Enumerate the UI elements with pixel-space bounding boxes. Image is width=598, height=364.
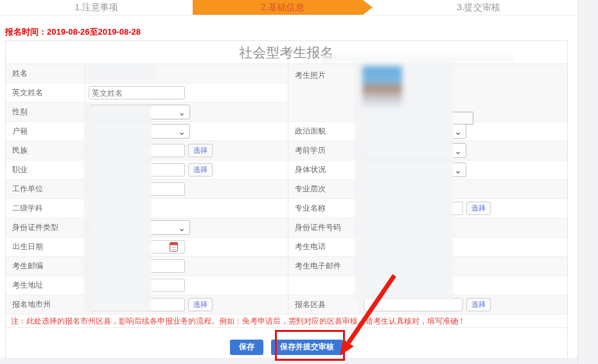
field-label: 姓名 (6, 64, 85, 83)
chevron-down-icon: ⌄ (178, 125, 186, 138)
field-label: 出生日期 (6, 238, 85, 256)
field-label: 报名区县 (288, 295, 360, 314)
field-label: 考生电话 (288, 238, 360, 256)
major-pick-button[interactable]: 选择 (466, 202, 491, 215)
chevron-down-icon: ⌄ (454, 125, 462, 138)
field-label: 政治面貌 (288, 122, 360, 141)
field-label: 英文姓名 (6, 83, 85, 102)
field-label: 考生邮编 (6, 257, 85, 275)
blur-overlay (87, 65, 155, 79)
ethnicity-pick-button[interactable]: 选择 (188, 144, 213, 157)
field-label: 身份证件号码 (288, 218, 360, 237)
field-label (288, 276, 360, 295)
period-value: 2019-08-26至2019-08-28 (47, 27, 141, 37)
field-label: 考前学历 (288, 141, 360, 160)
save-and-submit-button[interactable]: 保存并提交审核 (271, 340, 343, 355)
field-label: 工作单位 (6, 180, 85, 198)
district-pick-button[interactable]: 选择 (466, 298, 491, 311)
page-gutter (577, 0, 598, 364)
step-notes[interactable]: 1.注意事项 (0, 0, 193, 15)
table-row: 英文姓名 (6, 83, 288, 103)
step-submit-review[interactable]: 3.提交审核 (373, 0, 585, 15)
field-label: 专业名称 (288, 199, 360, 218)
blur-overlay (321, 55, 514, 63)
warning-note: 注：此处选择的报名市州区县，影响后续各申报业务的流程。例如：免考申请后，需到对应… (6, 315, 567, 328)
district-input[interactable] (364, 298, 463, 311)
occupation-pick-button[interactable]: 选择 (188, 163, 213, 177)
chevron-down-icon: ⌄ (178, 106, 186, 119)
field-label: 民族 (6, 141, 85, 160)
field-label: 考生地址 (6, 276, 85, 295)
registration-page: 1.注意事项 2.基础信息 3.提交审核 报名时间：2019-08-26至201… (0, 0, 598, 364)
calendar-icon[interactable] (170, 242, 178, 252)
step-wizard: 1.注意事项 2.基础信息 3.提交审核 (0, 0, 598, 15)
blur-overlay (84, 105, 151, 311)
candidate-photo (362, 66, 402, 107)
field-label: 身体状况 (288, 160, 360, 179)
chevron-down-icon: ⌄ (178, 221, 186, 234)
form-footer: 保存 保存并提交审核 (6, 328, 567, 358)
field-label: 考生电子邮件 (288, 257, 360, 275)
field-label: 身份证件类型 (6, 218, 85, 237)
period-label: 报名时间： (5, 27, 47, 37)
english-name-input[interactable] (89, 86, 185, 100)
step-basic-info-active[interactable]: 2.基础信息 (193, 0, 373, 15)
field-label: 二级学科 (6, 199, 85, 218)
city-pick-button[interactable]: 选择 (188, 298, 213, 311)
registration-period: 报名时间：2019-08-26至2019-08-28 (5, 26, 598, 38)
chevron-down-icon: ⌄ (454, 144, 462, 157)
chevron-down-icon: ⌄ (454, 164, 462, 177)
field-label: 报名地市州 (6, 295, 85, 314)
field-label: 职业 (6, 160, 85, 179)
field-label: 性别 (6, 103, 85, 121)
save-button[interactable]: 保存 (230, 340, 263, 355)
field-label: 户籍 (6, 122, 85, 141)
field-label: 专业层次 (288, 180, 360, 198)
field-label: 考生照片 (288, 64, 360, 121)
